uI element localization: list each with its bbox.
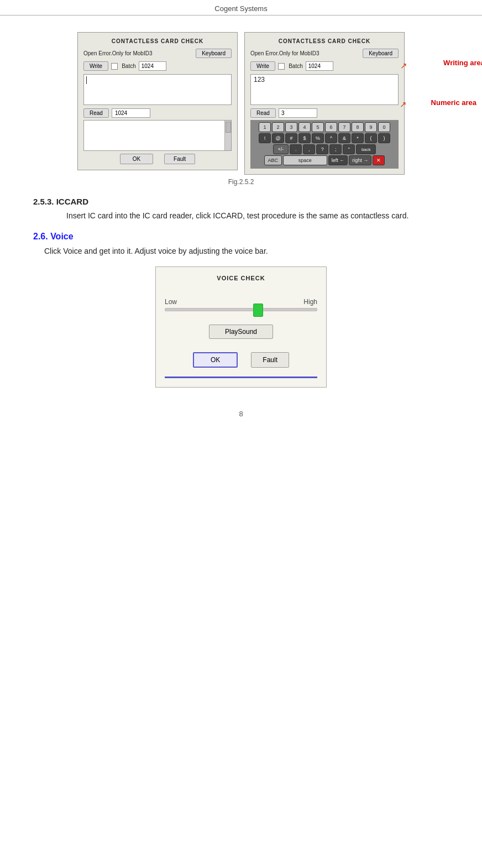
right-card-title: CONTACTLESS CARD CHECK <box>250 38 399 44</box>
kb-key-back[interactable]: back <box>356 144 376 154</box>
voice-bottom-bar <box>165 377 317 378</box>
kb-key-at[interactable]: @ <box>272 133 284 143</box>
kb-key-pct[interactable]: % <box>312 133 324 143</box>
kb-key-dot[interactable]: . <box>290 144 302 154</box>
fig252-container: CONTACTLESS CARD CHECK Open Error.Only f… <box>44 32 438 175</box>
right-write-area[interactable]: 123 <box>250 74 399 105</box>
right-card-wrapper: CONTACTLESS CARD CHECK Open Error.Only f… <box>244 32 405 175</box>
kb-key-6[interactable]: 6 <box>325 122 337 132</box>
kb-key-comma[interactable]: , <box>303 144 315 154</box>
left-read-btn[interactable]: Read <box>83 108 109 118</box>
right-batch-checkbox[interactable] <box>278 63 285 70</box>
section-253-heading: 2.5.3. ICCARD <box>33 197 449 206</box>
voice-low-label: Low <box>165 298 177 306</box>
kb-key-semi[interactable]: ; <box>329 144 342 154</box>
kb-key-4[interactable]: 4 <box>298 122 311 132</box>
kb-key-2[interactable]: 2 <box>272 122 284 132</box>
kb-key-plusminus[interactable]: +/- <box>273 144 289 154</box>
kb-row-4: ABC space left ← right → ✕ <box>253 155 396 165</box>
right-card: CONTACTLESS CARD CHECK Open Error.Only f… <box>244 32 405 175</box>
kb-key-abc[interactable]: ABC <box>264 155 282 165</box>
voice-high-label: High <box>303 298 317 306</box>
left-keyboard-btn[interactable]: Keyboard <box>196 49 232 58</box>
kb-key-7[interactable]: 7 <box>338 122 350 132</box>
kb-key-3[interactable]: 3 <box>285 122 297 132</box>
kb-row-2: ! @ # $ % ^ & * ( ) <box>253 133 396 143</box>
kb-key-del[interactable]: ✕ <box>373 155 385 165</box>
kb-key-5[interactable]: 5 <box>312 122 324 132</box>
writing-area-annotation: Writing area <box>443 59 482 67</box>
arrow-writing-icon: ↗ <box>400 61 407 71</box>
left-ok-btn[interactable]: OK <box>120 154 153 164</box>
right-write-btn[interactable]: Write <box>250 61 275 71</box>
kb-key-1[interactable]: 1 <box>259 122 271 132</box>
kb-row-1: 1 2 3 4 5 6 7 8 9 0 <box>253 122 396 132</box>
kb-key-amp[interactable]: & <box>338 133 350 143</box>
left-write-btn[interactable]: Write <box>83 61 108 71</box>
kb-key-space[interactable]: space <box>283 155 327 165</box>
left-open-error-label: Open Error.Only for MobID3 <box>83 50 193 56</box>
kb-key-9[interactable]: 9 <box>365 122 377 132</box>
kb-key-0[interactable]: 0 <box>378 122 390 132</box>
right-numeric-input[interactable] <box>279 108 317 118</box>
voice-fault-btn[interactable]: Fault <box>251 352 289 368</box>
kb-key-right[interactable]: right → <box>349 155 371 165</box>
kb-key-8[interactable]: 8 <box>352 122 364 132</box>
voice-panel-title: VOICE CHECK <box>165 275 317 281</box>
kb-key-question[interactable]: ? <box>316 144 328 154</box>
left-card-title: CONTACTLESS CARD CHECK <box>83 38 232 44</box>
voice-slider-container <box>165 308 317 311</box>
section-26-body: Click Voice and get into it. Adjust voic… <box>44 245 449 257</box>
kb-key-caret[interactable]: ^ <box>325 133 337 143</box>
kb-key-hash[interactable]: # <box>285 133 297 143</box>
right-batch-label: Batch <box>289 63 303 69</box>
numeric-area-annotation: Numeric area <box>431 98 476 107</box>
voice-slider-thumb[interactable] <box>253 304 263 317</box>
kb-key-lparen[interactable]: ( <box>365 133 377 143</box>
keyboard: 1 2 3 4 5 6 7 8 9 0 ! <box>250 120 399 169</box>
section-26-heading: 2.6. Voice <box>33 232 449 242</box>
kb-key-dollar[interactable]: $ <box>298 133 311 143</box>
left-batch-input[interactable] <box>139 61 166 71</box>
left-batch-label: Batch <box>122 63 136 69</box>
voice-ok-btn[interactable]: OK <box>193 352 238 368</box>
left-read-input[interactable] <box>112 108 150 118</box>
kb-key-rparen[interactable]: ) <box>378 133 390 143</box>
kb-key-excl[interactable]: ! <box>259 133 271 143</box>
voice-check-panel: VOICE CHECK Low High PlaySound OK Fault <box>155 266 327 388</box>
page-header: Cogent Systems <box>0 0 482 15</box>
left-read-area <box>83 120 232 151</box>
fig252-caption: Fig.2.5.2 <box>44 178 438 186</box>
writing-area-text: 123 <box>254 76 265 83</box>
playsound-btn[interactable]: PlaySound <box>209 325 273 339</box>
section-253-body: Insert IC card into the IC card reader, … <box>66 210 449 222</box>
arrow-numeric-icon: ↗ <box>400 100 407 109</box>
kb-row-3: +/- . , ? ; " back <box>253 144 396 154</box>
right-read-btn[interactable]: Read <box>250 108 276 118</box>
right-keyboard-btn[interactable]: Keyboard <box>363 49 399 58</box>
right-open-error-label: Open Error.Only for MobID3 <box>250 50 360 56</box>
section-26: 2.6. Voice Click Voice and get into it. … <box>33 232 449 387</box>
section-253: 2.5.3. ICCARD Insert IC card into the IC… <box>33 197 449 222</box>
kb-key-star[interactable]: * <box>352 133 364 143</box>
voice-slider-track <box>165 308 317 311</box>
kb-key-left[interactable]: left ← <box>328 155 348 165</box>
kb-key-quote[interactable]: " <box>343 144 355 154</box>
left-write-area[interactable] <box>83 74 232 105</box>
page-title: Cogent Systems <box>214 4 267 13</box>
page-number: 8 <box>33 410 449 418</box>
left-card: CONTACTLESS CARD CHECK Open Error.Only f… <box>77 32 238 170</box>
left-batch-checkbox[interactable] <box>111 63 118 70</box>
left-fault-btn[interactable]: Fault <box>164 154 195 164</box>
right-batch-input[interactable] <box>306 61 333 71</box>
